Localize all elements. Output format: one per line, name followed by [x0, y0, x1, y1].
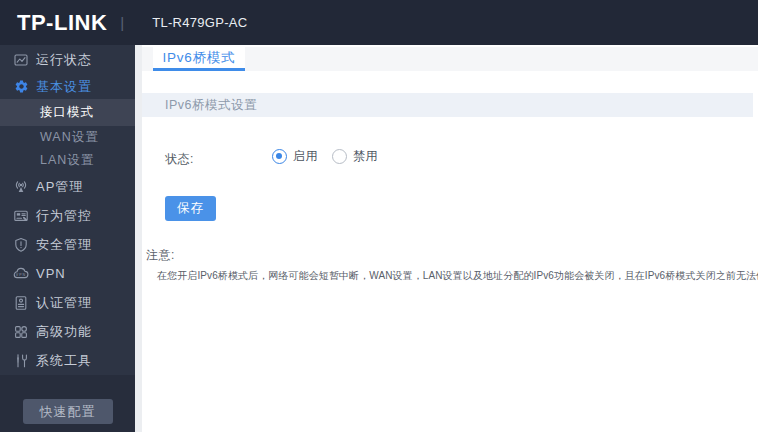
svg-text:VPN: VPN [16, 273, 26, 277]
disable-radio[interactable] [332, 149, 347, 164]
id-card-icon [13, 295, 29, 311]
shield-icon [13, 237, 29, 253]
content-left-gutter [135, 45, 142, 432]
sidebar-item-advanced-functions[interactable]: 高级功能 [0, 317, 135, 346]
status-label: 状态: [165, 151, 194, 168]
sidebar-footer: 快速配置 [0, 375, 135, 432]
sidebar-item-label: 系统工具 [36, 352, 92, 370]
sidebar-item-behavior-control[interactable]: 行为管控 [0, 201, 135, 230]
gear-icon [13, 79, 29, 95]
sidebar-subitem-lan-settings[interactable]: LAN设置 [0, 149, 135, 172]
disable-radio-label[interactable]: 禁用 [353, 148, 378, 165]
sidebar-item-label: 安全管理 [36, 236, 92, 254]
antenna-icon [13, 179, 29, 195]
behavior-panel-icon [13, 208, 29, 224]
sidebar-item-label: 高级功能 [36, 323, 92, 341]
sidebar-item-system-tools[interactable]: 系统工具 [0, 346, 135, 375]
panel-title: IPv6桥模式设置 [142, 93, 753, 117]
grid-icon [13, 324, 29, 340]
header-separator: | [120, 14, 124, 31]
router-model-title: TL-R479GP-AC [152, 15, 247, 30]
save-button[interactable]: 保存 [165, 196, 216, 221]
sidebar-subitem-wan-settings[interactable]: WAN设置 [0, 126, 135, 149]
sidebar-item-auth-management[interactable]: 认证管理 [0, 288, 135, 317]
sidebar-item-label: AP管理 [36, 178, 83, 196]
note-title: 注意: [146, 247, 175, 264]
sidebar-item-label: 运行状态 [36, 51, 92, 69]
quick-setup-button[interactable]: 快速配置 [23, 399, 113, 424]
sidebar-item-running-status[interactable]: 运行状态 [0, 45, 135, 74]
monitor-status-icon [13, 52, 29, 68]
sidebar-item-ap-management[interactable]: AP管理 [0, 172, 135, 201]
sidebar-item-label: VPN [36, 266, 66, 281]
enable-radio-label[interactable]: 启用 [293, 148, 318, 165]
vpn-cloud-icon: VPN [13, 266, 29, 282]
enable-radio[interactable] [272, 149, 287, 164]
tab-bar: IPv6桥模式 [142, 47, 758, 71]
sidebar-item-security-management[interactable]: 安全管理 [0, 230, 135, 259]
status-radio-group: 启用 禁用 [272, 148, 378, 165]
sidebar-nav: 运行状态 基本设置 接口模式 WAN设置 LAN设置 AP管理 [0, 45, 135, 432]
sidebar-item-basic-settings[interactable]: 基本设置 [0, 74, 135, 99]
app-header: TP-LINK | TL-R479GP-AC [0, 0, 758, 45]
sidebar-item-label: 行为管控 [36, 207, 92, 225]
sidebar-item-label: 基本设置 [36, 78, 92, 96]
sidebar-item-vpn[interactable]: VPN VPN [0, 259, 135, 288]
tplink-logo: TP-LINK [17, 10, 107, 36]
tab-ipv6-bridge-mode[interactable]: IPv6桥模式 [153, 47, 245, 71]
tools-icon [13, 353, 29, 369]
sidebar-subitem-interface-mode[interactable]: 接口模式 [0, 99, 135, 126]
sidebar-item-label: 认证管理 [36, 294, 92, 312]
note-body: 在您开启IPv6桥模式后，网络可能会短暂中断，WAN设置，LAN设置以及地址分配… [157, 269, 757, 283]
